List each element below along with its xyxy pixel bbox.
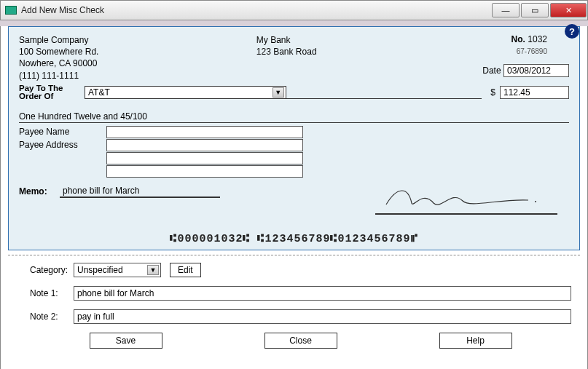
note2-label: Note 2:: [30, 312, 74, 322]
bank-name: My Bank: [256, 34, 317, 46]
bank-address: 123 Bank Road: [256, 46, 317, 57]
check-number: 1032: [528, 34, 547, 44]
payto-label: Pay To The Order Of: [19, 84, 85, 101]
close-window-button[interactable]: ✕: [550, 3, 587, 17]
signature-line: [375, 178, 557, 215]
minimize-button[interactable]: —: [492, 3, 520, 17]
chevron-down-icon: ▼: [273, 87, 284, 98]
check-header: Sample Company 100 Somewhere Rd. Nowhere…: [19, 34, 569, 82]
app-icon: [5, 6, 17, 15]
bottom-form: Category: Unspecified ▼ Edit Note 1: Not…: [1, 255, 587, 349]
check-number-label: No.: [511, 34, 525, 44]
note2-row: Note 2:: [30, 309, 571, 324]
note2-input[interactable]: [74, 309, 571, 324]
note1-input[interactable]: [74, 286, 571, 301]
payto-row: Pay To The Order Of AT&T ▼ $: [19, 84, 569, 101]
amount-input[interactable]: [500, 86, 569, 99]
note1-label: Note 1:: [30, 288, 74, 298]
micr-line: ⑆000001032⑆ ⑆123456789⑆0123456789⑈: [9, 233, 579, 245]
svg-point-0: [535, 201, 536, 202]
titlebar: Add New Misc Check — ▭ ✕: [0, 0, 588, 20]
maximize-button[interactable]: ▭: [521, 3, 549, 17]
note1-row: Note 1:: [30, 286, 571, 301]
signature-icon: [383, 183, 543, 212]
company-name: Sample Company: [19, 34, 98, 46]
category-selected: Unspecified: [77, 265, 123, 275]
payee-name-label: Payee Name: [19, 127, 106, 137]
date-input[interactable]: [503, 64, 569, 77]
company-address1: 100 Somewhere Rd.: [19, 46, 98, 57]
close-button[interactable]: Close: [264, 333, 337, 349]
currency-symbol: $: [490, 87, 495, 98]
company-block: Sample Company 100 Somewhere Rd. Nowhere…: [19, 34, 98, 82]
window-body: ? Sample Company 100 Somewhere Rd. Nowhe…: [0, 26, 588, 369]
amount-box: $: [490, 86, 569, 99]
payee-name-input[interactable]: [106, 126, 303, 138]
payto-underline: [286, 86, 482, 99]
memo-label: Memo:: [19, 186, 60, 197]
payee-grid: Payee Name Payee Address: [19, 126, 569, 178]
category-label: Category:: [30, 265, 74, 275]
payee-address-label: Payee Address: [19, 140, 106, 150]
company-address2: Nowhere, CA 90000: [19, 57, 98, 69]
routing-small: 67-76890: [445, 47, 547, 55]
payee-address2-input[interactable]: [106, 152, 303, 164]
help-button[interactable]: Help: [439, 333, 512, 349]
window-controls: — ▭ ✕: [492, 3, 587, 17]
payee-dropdown[interactable]: AT&T ▼: [85, 86, 286, 99]
chevron-down-icon: ▼: [147, 265, 159, 275]
edit-category-button[interactable]: Edit: [170, 263, 201, 277]
date-label: Date: [482, 66, 501, 76]
company-phone: (111) 111-1111: [19, 70, 98, 82]
bank-block: My Bank 123 Bank Road: [256, 34, 317, 82]
memo-input[interactable]: [60, 185, 220, 198]
amount-words: One Hundred Twelve and 45/100: [19, 111, 569, 123]
payee-selected: AT&T: [88, 87, 110, 98]
button-row: Save Close Help: [30, 333, 571, 349]
payee-address3-input[interactable]: [106, 165, 303, 178]
window-title: Add New Misc Check: [21, 5, 104, 15]
payee-address1-input[interactable]: [106, 139, 303, 151]
date-row: Date: [445, 64, 569, 77]
category-dropdown[interactable]: Unspecified ▼: [74, 263, 161, 277]
category-row: Category: Unspecified ▼ Edit: [30, 263, 571, 277]
check-number-block: No. 1032 67-76890 Date: [445, 34, 569, 82]
check-area: ? Sample Company 100 Somewhere Rd. Nowhe…: [8, 26, 580, 250]
save-button[interactable]: Save: [90, 333, 162, 349]
